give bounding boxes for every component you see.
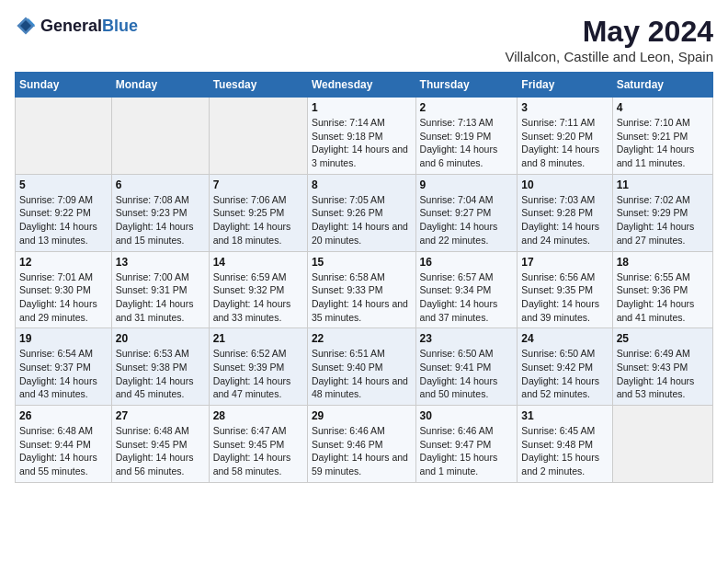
day-number: 22 <box>312 332 412 345</box>
col-header-monday: Monday <box>111 73 209 98</box>
calendar-cell: 15Sunrise: 6:58 AMSunset: 9:33 PMDayligh… <box>307 251 415 328</box>
calendar-cell <box>209 98 307 175</box>
calendar-cell <box>612 406 712 483</box>
day-number: 10 <box>521 178 608 191</box>
calendar-week-2: 5Sunrise: 7:09 AMSunset: 9:22 PMDaylight… <box>16 174 713 251</box>
day-detail: Sunrise: 6:53 AMSunset: 9:38 PMDaylight:… <box>116 347 205 401</box>
day-detail: Sunrise: 6:57 AMSunset: 9:34 PMDaylight:… <box>420 270 514 325</box>
calendar-cell: 17Sunrise: 6:56 AMSunset: 9:35 PMDayligh… <box>518 251 612 328</box>
day-detail: Sunrise: 7:02 AMSunset: 9:29 PMDaylight:… <box>617 193 709 247</box>
calendar-cell: 12Sunrise: 7:01 AMSunset: 9:30 PMDayligh… <box>16 251 112 328</box>
day-number: 20 <box>116 332 205 345</box>
col-header-thursday: Thursday <box>415 73 518 98</box>
calendar-cell <box>111 98 209 175</box>
day-detail: Sunrise: 7:13 AMSunset: 9:19 PMDaylight:… <box>420 116 514 170</box>
day-detail: Sunrise: 6:48 AMSunset: 9:45 PMDaylight:… <box>116 424 205 478</box>
calendar-cell: 9Sunrise: 7:04 AMSunset: 9:27 PMDaylight… <box>415 174 518 251</box>
calendar-week-5: 26Sunrise: 6:48 AMSunset: 9:44 PMDayligh… <box>16 406 713 483</box>
day-number: 13 <box>116 256 205 269</box>
calendar-cell: 7Sunrise: 7:06 AMSunset: 9:25 PMDaylight… <box>209 174 307 251</box>
day-number: 11 <box>617 178 709 191</box>
calendar-week-4: 19Sunrise: 6:54 AMSunset: 9:37 PMDayligh… <box>16 328 713 406</box>
logo-blue: Blue <box>102 17 138 35</box>
col-header-sunday: Sunday <box>16 73 112 98</box>
day-detail: Sunrise: 7:11 AMSunset: 9:20 PMDaylight:… <box>521 116 608 170</box>
day-number: 4 <box>617 101 709 114</box>
day-detail: Sunrise: 7:00 AMSunset: 9:31 PMDaylight:… <box>116 270 205 325</box>
day-number: 19 <box>19 332 108 345</box>
day-detail: Sunrise: 6:50 AMSunset: 9:41 PMDaylight:… <box>420 347 514 401</box>
day-number: 16 <box>420 256 514 269</box>
day-number: 12 <box>19 256 108 269</box>
logo-general: General <box>40 17 102 35</box>
day-number: 3 <box>521 101 608 114</box>
day-number: 18 <box>617 256 709 269</box>
day-detail: Sunrise: 6:46 AMSunset: 9:46 PMDaylight:… <box>312 424 412 478</box>
page-title: May 2024 <box>505 15 713 49</box>
calendar-header-row: SundayMondayTuesdayWednesdayThursdayFrid… <box>16 73 713 98</box>
calendar-cell: 28Sunrise: 6:47 AMSunset: 9:45 PMDayligh… <box>209 406 307 483</box>
calendar-table: SundayMondayTuesdayWednesdayThursdayFrid… <box>15 72 713 483</box>
logo: GeneralBlue <box>15 15 138 37</box>
calendar-cell: 30Sunrise: 6:46 AMSunset: 9:47 PMDayligh… <box>415 406 518 483</box>
page-subtitle: Villalcon, Castille and Leon, Spain <box>505 49 713 64</box>
day-number: 24 <box>521 332 608 345</box>
day-detail: Sunrise: 7:14 AMSunset: 9:18 PMDaylight:… <box>312 116 412 170</box>
calendar-cell: 23Sunrise: 6:50 AMSunset: 9:41 PMDayligh… <box>415 328 518 406</box>
calendar-cell: 31Sunrise: 6:45 AMSunset: 9:48 PMDayligh… <box>518 406 612 483</box>
calendar-cell: 2Sunrise: 7:13 AMSunset: 9:19 PMDaylight… <box>415 98 518 175</box>
calendar-cell: 13Sunrise: 7:00 AMSunset: 9:31 PMDayligh… <box>111 251 209 328</box>
day-detail: Sunrise: 6:52 AMSunset: 9:39 PMDaylight:… <box>213 347 303 401</box>
day-detail: Sunrise: 7:06 AMSunset: 9:25 PMDaylight:… <box>213 193 303 247</box>
day-number: 26 <box>19 409 108 422</box>
calendar-cell: 4Sunrise: 7:10 AMSunset: 9:21 PMDaylight… <box>612 98 712 175</box>
day-detail: Sunrise: 6:51 AMSunset: 9:40 PMDaylight:… <box>312 347 412 401</box>
calendar-cell: 19Sunrise: 6:54 AMSunset: 9:37 PMDayligh… <box>16 328 112 406</box>
day-detail: Sunrise: 7:10 AMSunset: 9:21 PMDaylight:… <box>617 116 709 170</box>
day-number: 17 <box>521 256 608 269</box>
calendar-cell: 8Sunrise: 7:05 AMSunset: 9:26 PMDaylight… <box>307 174 415 251</box>
day-number: 8 <box>312 178 412 191</box>
day-detail: Sunrise: 6:59 AMSunset: 9:32 PMDaylight:… <box>213 270 303 325</box>
day-number: 25 <box>617 332 709 345</box>
day-number: 7 <box>213 178 303 191</box>
logo-icon <box>15 15 37 37</box>
calendar-cell: 21Sunrise: 6:52 AMSunset: 9:39 PMDayligh… <box>209 328 307 406</box>
calendar-cell: 25Sunrise: 6:49 AMSunset: 9:43 PMDayligh… <box>612 328 712 406</box>
day-number: 14 <box>213 256 303 269</box>
day-number: 29 <box>312 409 412 422</box>
calendar-week-1: 1Sunrise: 7:14 AMSunset: 9:18 PMDaylight… <box>16 98 713 175</box>
calendar-cell: 27Sunrise: 6:48 AMSunset: 9:45 PMDayligh… <box>111 406 209 483</box>
calendar-cell: 16Sunrise: 6:57 AMSunset: 9:34 PMDayligh… <box>415 251 518 328</box>
calendar-cell: 22Sunrise: 6:51 AMSunset: 9:40 PMDayligh… <box>307 328 415 406</box>
calendar-cell: 14Sunrise: 6:59 AMSunset: 9:32 PMDayligh… <box>209 251 307 328</box>
day-detail: Sunrise: 6:47 AMSunset: 9:45 PMDaylight:… <box>213 424 303 478</box>
col-header-tuesday: Tuesday <box>209 73 307 98</box>
page-header: GeneralBlue May 2024 Villalcon, Castille… <box>15 15 713 64</box>
calendar-cell: 18Sunrise: 6:55 AMSunset: 9:36 PMDayligh… <box>612 251 712 328</box>
calendar-cell: 11Sunrise: 7:02 AMSunset: 9:29 PMDayligh… <box>612 174 712 251</box>
day-detail: Sunrise: 6:45 AMSunset: 9:48 PMDaylight:… <box>521 424 608 478</box>
calendar-cell: 26Sunrise: 6:48 AMSunset: 9:44 PMDayligh… <box>16 406 112 483</box>
day-number: 30 <box>420 409 514 422</box>
day-detail: Sunrise: 7:03 AMSunset: 9:28 PMDaylight:… <box>521 193 608 247</box>
calendar-cell: 20Sunrise: 6:53 AMSunset: 9:38 PMDayligh… <box>111 328 209 406</box>
day-detail: Sunrise: 7:01 AMSunset: 9:30 PMDaylight:… <box>19 270 108 325</box>
day-detail: Sunrise: 6:54 AMSunset: 9:37 PMDaylight:… <box>19 347 108 401</box>
calendar-cell: 3Sunrise: 7:11 AMSunset: 9:20 PMDaylight… <box>518 98 612 175</box>
day-detail: Sunrise: 6:55 AMSunset: 9:36 PMDaylight:… <box>617 270 709 325</box>
day-detail: Sunrise: 6:58 AMSunset: 9:33 PMDaylight:… <box>312 270 412 325</box>
day-number: 5 <box>19 178 108 191</box>
calendar-cell: 6Sunrise: 7:08 AMSunset: 9:23 PMDaylight… <box>111 174 209 251</box>
calendar-cell: 5Sunrise: 7:09 AMSunset: 9:22 PMDaylight… <box>16 174 112 251</box>
day-detail: Sunrise: 6:50 AMSunset: 9:42 PMDaylight:… <box>521 347 608 401</box>
day-detail: Sunrise: 6:56 AMSunset: 9:35 PMDaylight:… <box>521 270 608 325</box>
day-number: 21 <box>213 332 303 345</box>
calendar-cell: 24Sunrise: 6:50 AMSunset: 9:42 PMDayligh… <box>518 328 612 406</box>
day-number: 15 <box>312 256 412 269</box>
day-detail: Sunrise: 6:46 AMSunset: 9:47 PMDaylight:… <box>420 424 514 478</box>
col-header-friday: Friday <box>518 73 612 98</box>
calendar-week-3: 12Sunrise: 7:01 AMSunset: 9:30 PMDayligh… <box>16 251 713 328</box>
title-block: May 2024 Villalcon, Castille and Leon, S… <box>505 15 713 64</box>
day-number: 6 <box>116 178 205 191</box>
